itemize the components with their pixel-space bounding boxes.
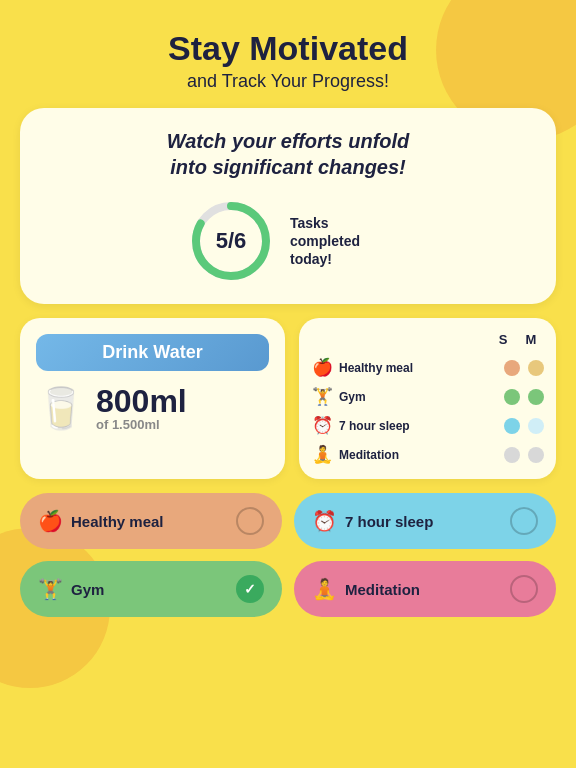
sleep-dot-m	[528, 418, 544, 434]
habits-header: S M	[311, 332, 544, 347]
task-healthy-icon: 🍎	[38, 509, 63, 533]
col-m-label: M	[522, 332, 540, 347]
main-card: Watch your efforts unfold into significa…	[20, 108, 556, 304]
meditation-icon: 🧘	[311, 444, 333, 465]
water-glass-icon: 🥛	[36, 385, 86, 432]
task-card-gym[interactable]: 🏋 Gym	[20, 561, 282, 617]
habits-card: S M 🍎 Healthy meal 🏋 Gym	[299, 318, 556, 479]
task-healthy-label: Healthy meal	[71, 513, 228, 530]
healthy-dot-s	[504, 360, 520, 376]
water-amount: 800ml of 1.500ml	[96, 385, 187, 432]
task-sleep-icon: ⏰	[312, 509, 337, 533]
gym-dot-m	[528, 389, 544, 405]
sleep-icon: ⏰	[311, 415, 333, 436]
water-label: Drink Water	[36, 334, 269, 371]
gym-icon: 🏋	[311, 386, 333, 407]
task-card-meditation[interactable]: 🧘 Meditation	[294, 561, 556, 617]
habit-row-gym: 🏋 Gym	[311, 386, 544, 407]
task-sleep-label: 7 hour sleep	[345, 513, 502, 530]
progress-row: 5/6 Tasks completed today!	[44, 196, 532, 286]
healthy-icon: 🍎	[311, 357, 333, 378]
task-gym-label: Gym	[71, 581, 228, 598]
progress-fraction: 5/6	[216, 228, 247, 254]
task-gym-icon: 🏋	[38, 577, 63, 601]
habit-row-meditation: 🧘 Meditation	[311, 444, 544, 465]
card-tagline: Watch your efforts unfold into significa…	[44, 128, 532, 180]
task-cards: 🍎 Healthy meal ⏰ 7 hour sleep 🏋 Gym 🧘 Me…	[20, 493, 556, 617]
water-of: of 1.500ml	[96, 417, 187, 432]
col-s-label: S	[494, 332, 512, 347]
gym-dot-s	[504, 389, 520, 405]
sleep-dot-s	[504, 418, 520, 434]
task-card-sleep[interactable]: ⏰ 7 hour sleep	[294, 493, 556, 549]
sleep-name: 7 hour sleep	[339, 419, 498, 433]
water-card: Drink Water 🥛 800ml of 1.500ml	[20, 318, 285, 479]
page-subtitle: and Track Your Progress!	[187, 71, 389, 92]
meditation-dots	[504, 447, 544, 463]
meditation-dot-m	[528, 447, 544, 463]
tasks-label: Tasks completed today!	[290, 214, 390, 269]
task-card-healthy[interactable]: 🍎 Healthy meal	[20, 493, 282, 549]
task-sleep-check[interactable]	[510, 507, 538, 535]
task-meditation-check[interactable]	[510, 575, 538, 603]
progress-ring: 5/6	[186, 196, 276, 286]
task-healthy-check[interactable]	[236, 507, 264, 535]
page-title: Stay Motivated	[168, 30, 408, 67]
sleep-dots	[504, 418, 544, 434]
task-meditation-icon: 🧘	[312, 577, 337, 601]
page-container: Stay Motivated and Track Your Progress! …	[0, 0, 576, 768]
healthy-dot-m	[528, 360, 544, 376]
habit-row-sleep: ⏰ 7 hour sleep	[311, 415, 544, 436]
task-gym-check[interactable]	[236, 575, 264, 603]
healthy-dots	[504, 360, 544, 376]
meditation-dot-s	[504, 447, 520, 463]
water-content: 🥛 800ml of 1.500ml	[36, 385, 187, 432]
gym-dots	[504, 389, 544, 405]
gym-name: Gym	[339, 390, 498, 404]
healthy-name: Healthy meal	[339, 361, 498, 375]
task-meditation-label: Meditation	[345, 581, 502, 598]
bottom-area: Drink Water 🥛 800ml of 1.500ml S M 🍎 Hea…	[20, 318, 556, 479]
meditation-name: Meditation	[339, 448, 498, 462]
habit-row-healthy: 🍎 Healthy meal	[311, 357, 544, 378]
water-ml: 800ml	[96, 385, 187, 417]
